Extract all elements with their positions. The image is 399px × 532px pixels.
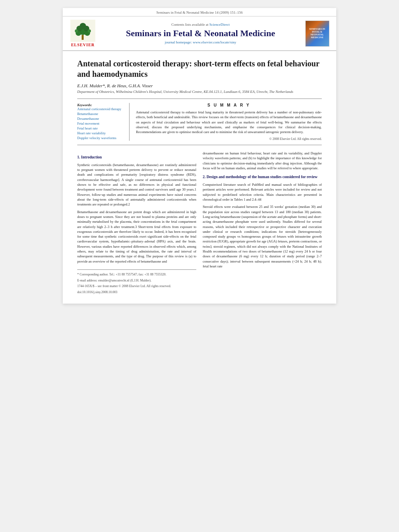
footnote-corresponding: * Corresponding author. Tel.: +31 88 755… <box>77 272 196 277</box>
affiliation: Department of Obstetrics, Wilhelmina Chi… <box>77 90 322 94</box>
copyright: © 2008 Elsevier Ltd. All rights reserved… <box>136 137 322 141</box>
section2-para1: Computerised literature search of PubMed… <box>203 182 322 202</box>
article-body: Antenatal corticosteroid therapy: short-… <box>63 51 336 304</box>
article-title: Antenatal corticosteroid therapy: short-… <box>77 58 322 79</box>
summary-heading: S U M M A R Y <box>136 103 322 107</box>
keyword-5: Fetal heart rate <box>77 126 125 130</box>
keyword-4: Fetal movement <box>77 121 125 125</box>
footnote-email: E-mail address: emulder@umcutrecht.nl (E… <box>77 278 196 283</box>
two-column-content: 1. Introduction Synthetic corticosteroid… <box>77 151 322 296</box>
section2-heading: 2. Design and methodology of the human s… <box>203 175 322 180</box>
elsevier-tree-icon <box>70 20 95 42</box>
keyword-6: Heart rate variability <box>77 131 125 135</box>
page: Seminars in Fetal & Neonatal Medicine 14… <box>63 8 336 304</box>
elsevier-wordmark: ELSEVIER <box>71 43 95 47</box>
column-left: 1. Introduction Synthetic corticosteroid… <box>77 151 196 296</box>
svg-rect-1 <box>82 35 84 40</box>
keyword-3: Dexamethasone <box>77 117 125 121</box>
summary-text: Antenatal corticosteroid therapy to enha… <box>136 110 322 135</box>
footnote-doi: doi:10.1016/j.siny.2008.10.003 <box>77 290 196 295</box>
authors: E.J.H. Mulder*, R. de Heus, G.H.A. Visse… <box>77 83 322 88</box>
keyword-7: Doppler velocity waveforms <box>77 136 125 140</box>
section1-heading: 1. Introduction <box>77 155 196 160</box>
footnotes: * Corresponding author. Tel.: +31 88 755… <box>77 269 196 294</box>
journal-title-area: Contents lists available at ScienceDirec… <box>102 23 299 44</box>
sciencedirect-link: Contents lists available at ScienceDirec… <box>102 23 299 27</box>
svg-point-9 <box>88 29 91 33</box>
journal-cover-image: SEMINARS IN FETAL & NEONATAL MEDICINE <box>305 21 329 47</box>
journal-cover: SEMINARS IN FETAL & NEONATAL MEDICINE <box>302 21 332 47</box>
footnote-issn: 1744-165X/$ – see front matter © 2008 El… <box>77 284 196 289</box>
journal-title: Seminars in Fetal & Neonatal Medicine <box>102 28 299 39</box>
keywords-title: Keywords: <box>77 103 92 107</box>
keyword-1: Antenatal corticosteroid therapy <box>77 107 125 111</box>
keyword-2: Betamethasone <box>77 112 125 116</box>
section1-para1: Synthetic corticosteroids (betamethasone… <box>77 162 196 207</box>
summary-text-box: S U M M A R Y Antenatal corticosteroid t… <box>136 103 322 141</box>
column-right: dexamethasone on human fetal behaviour, … <box>203 151 322 296</box>
section1-right-para1: dexamethasone on human fetal behaviour, … <box>203 151 322 170</box>
section1-para2: Betamethasone and dexamethasone are pote… <box>77 210 196 264</box>
svg-point-8 <box>75 29 78 33</box>
elsevier-logo: ELSEVIER <box>67 20 99 47</box>
journal-citation: Seminars in Fetal & Neonatal Medicine 14… <box>63 8 336 16</box>
keywords-box: Keywords: Antenatal corticosteroid thera… <box>77 103 130 141</box>
summary-section: Keywords: Antenatal corticosteroid thera… <box>77 99 322 145</box>
journal-header: ELSEVIER Contents lists available at Sci… <box>63 16 336 51</box>
section2-para2: Steroid effects were evaluated between 2… <box>203 204 322 269</box>
sciencedirect-anchor[interactable]: ScienceDirect <box>210 23 230 27</box>
homepage-link[interactable]: journal homepage: www.elsevier.com/locat… <box>165 40 236 44</box>
journal-homepage: journal homepage: www.elsevier.com/locat… <box>102 40 299 44</box>
